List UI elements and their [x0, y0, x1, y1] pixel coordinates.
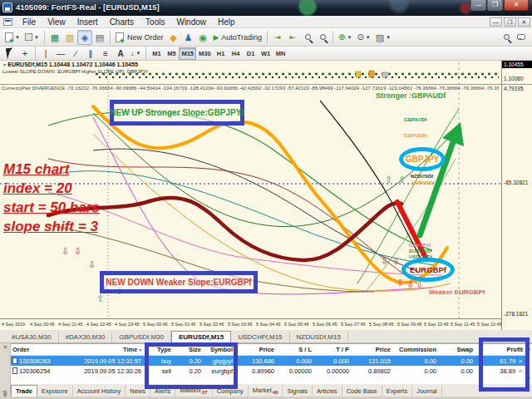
market-watch-button[interactable]: ▦ — [47, 30, 62, 45]
weaker-label: Weaker EURGBPf — [429, 288, 485, 296]
tab-account-history[interactable]: Account History — [73, 386, 126, 397]
tab-signals[interactable]: Signals — [283, 386, 313, 397]
chart-window-icon[interactable] — [3, 18, 12, 26]
search-button[interactable] — [499, 30, 514, 45]
price-axis[interactable]: 1.10455 1.10080 4.79195 -85.32821 -278.1… — [501, 61, 532, 330]
templates-button[interactable]: ▨▼ — [373, 30, 393, 45]
col-price2[interactable]: Price — [352, 344, 394, 356]
trendline-tool-button[interactable]: ∕ — [68, 46, 83, 61]
tab-code-base[interactable]: Code Base — [342, 386, 382, 397]
indicators-button[interactable]: ⊕▼ — [336, 30, 354, 45]
menu-charts[interactable]: Charts — [104, 17, 140, 27]
chart-tab-gbpusdf[interactable]: GBPUSDf,M30 — [112, 332, 171, 342]
tab-exposure[interactable]: Exposure — [37, 386, 73, 397]
timeframe-m15[interactable]: M15 — [179, 47, 196, 60]
close-trade-icon[interactable]: ✕ — [518, 358, 523, 364]
chart-tab-usdchff[interactable]: USDCHFf,M15 — [231, 332, 289, 342]
chart-shift-button[interactable]: ⇤ — [285, 30, 300, 45]
tab-market[interactable]: Market40 — [249, 385, 283, 397]
col-swap[interactable]: Swap — [440, 344, 476, 356]
cursor-tool-button[interactable] — [2, 46, 17, 61]
order-row-buy[interactable]: 120306263 2019.09.05 12:31:57 buy 0.20 g… — [11, 356, 526, 367]
child-minimize-button[interactable]: — — [490, 17, 502, 27]
title-bar: 4105099: FortFS-Real - [EURUSD,M15] — ❐ … — [0, 0, 532, 16]
fibonacci-tool-button[interactable]: ≡ — [98, 46, 113, 61]
new-chart-button[interactable]: +▼ — [2, 30, 22, 45]
zoom-in-button[interactable] — [300, 30, 315, 45]
menu-tools[interactable]: Tools — [140, 17, 170, 27]
tab-experts[interactable]: Experts — [382, 386, 412, 397]
menu-window[interactable]: Window — [170, 17, 212, 27]
timeframe-d1[interactable]: D1 — [244, 47, 259, 60]
col-profit[interactable]: Profit — [476, 344, 526, 356]
col-tp[interactable]: T / P — [315, 344, 352, 356]
tab-news[interactable]: News — [126, 386, 150, 397]
timeframe-m1[interactable]: M1 — [149, 47, 164, 60]
chart-tab-nzdusdf[interactable]: NZDUSDf,M15 — [290, 332, 348, 342]
metaeditor-button[interactable]: ◆ — [165, 30, 180, 45]
data-window-button[interactable]: ▥ — [62, 30, 77, 45]
tab-alerts[interactable]: Alerts — [150, 386, 175, 397]
text-tool-button[interactable]: A — [113, 46, 128, 61]
line-studies-toolbar: + | — ∕ ∥ ≡ A ↓▼ M1 M5 M15 M30 H1 H4 D1 … — [0, 47, 532, 61]
tab-journal[interactable]: Journal — [412, 386, 442, 397]
col-time[interactable]: Time ▾ — [59, 344, 145, 356]
minimize-button[interactable]: — — [470, 0, 486, 11]
tab-articles[interactable]: Articles — [313, 386, 342, 397]
child-restore-button[interactable]: ❐ — [504, 17, 516, 27]
zoom-out-button[interactable] — [315, 30, 330, 45]
scroll-up-icon[interactable]: ▲ — [527, 346, 531, 351]
terminal-icon: ▤ — [96, 32, 104, 42]
chart-tab-usa30[interactable]: #USA30,M30 — [5, 332, 59, 342]
terminal-button[interactable]: ▤ — [92, 30, 107, 45]
col-size[interactable]: Size — [175, 344, 204, 356]
periods-button[interactable]: ⊙▼ — [354, 30, 372, 45]
crosshair-tool-button[interactable]: + — [17, 46, 32, 61]
menu-help[interactable]: Help — [212, 17, 241, 27]
tab-trade[interactable]: Trade — [11, 385, 37, 397]
col-type[interactable]: Type — [145, 344, 175, 356]
col-commission[interactable]: Commission — [394, 344, 440, 356]
child-close-button[interactable]: ✕ — [518, 17, 530, 27]
timeframe-h4[interactable]: H4 — [229, 47, 244, 60]
subwindow-separator[interactable] — [0, 84, 532, 85]
timeframe-m30[interactable]: M30 — [196, 47, 214, 60]
timeframe-mn[interactable]: MN — [273, 47, 288, 60]
time-axis[interactable]: 4 Sep 2019 4 Sep 20:45 4 Sep 21:45 4 Sep… — [0, 318, 501, 330]
strategy-tester-button[interactable]: ♟ — [180, 30, 195, 45]
chart-area[interactable]: ⇩⇩ ⇩⇩ ⇩ ⇩⇩ ⇩⇩ ⇩ ⇧⇧ ⇧ ▼ EURUSDf,M15 1.104… — [0, 61, 532, 330]
arrows-tool-button[interactable]: ↓▼ — [128, 46, 143, 61]
chart-tab-eurusdf[interactable]: EURUSDf,M15 — [171, 331, 231, 342]
chart-tab-dax30[interactable]: #DAX30,M30 — [59, 332, 113, 342]
close-trade-icon[interactable]: ✕ — [518, 368, 523, 374]
col-symbol[interactable]: Symbol — [204, 344, 236, 356]
col-order[interactable]: Order — [11, 344, 59, 356]
menu-insert[interactable]: Insert — [71, 17, 104, 27]
hline-tool-button[interactable]: — — [53, 46, 68, 61]
close-button[interactable]: ✕ — [504, 0, 529, 11]
time-tick: 5 Sep 07:45 — [341, 322, 366, 327]
col-sl[interactable]: S / L — [278, 344, 315, 356]
timeframe-h1[interactable]: H1 — [214, 47, 229, 60]
order-row-sell[interactable]: 120306254 2019.09.05 12:30:26 sell 0.20 … — [11, 366, 526, 376]
autotrading-button[interactable]: ▶ AutoTrading — [210, 30, 264, 45]
community-button[interactable]: ◉ — [195, 30, 210, 45]
channel-tool-button[interactable]: ∥ — [83, 46, 98, 61]
tab-company[interactable]: Company — [213, 386, 249, 397]
timeframe-m5[interactable]: M5 — [164, 47, 179, 60]
maximize-button[interactable]: ❐ — [487, 0, 503, 11]
new-chart-icon: + — [5, 32, 13, 42]
profiles-button[interactable]: ▼ — [22, 30, 42, 45]
new-order-button[interactable]: + New Order — [113, 30, 166, 45]
menu-file[interactable]: File — [17, 17, 42, 27]
chat-button[interactable] — [514, 30, 529, 45]
tab-mailbox[interactable]: Mailbox27 — [175, 385, 213, 397]
terminal-close-icon[interactable]: ✕ — [1, 344, 10, 352]
vline-tool-button[interactable]: | — [38, 46, 53, 61]
navigator-button[interactable]: ◈ — [77, 30, 92, 45]
timeframe-w1[interactable]: W1 — [259, 47, 273, 60]
scroll-down-icon[interactable]: ▼ — [527, 376, 531, 381]
col-price[interactable]: Price — [236, 344, 278, 356]
auto-scroll-button[interactable]: ⇥ — [270, 30, 285, 45]
menu-view[interactable]: View — [42, 17, 71, 27]
